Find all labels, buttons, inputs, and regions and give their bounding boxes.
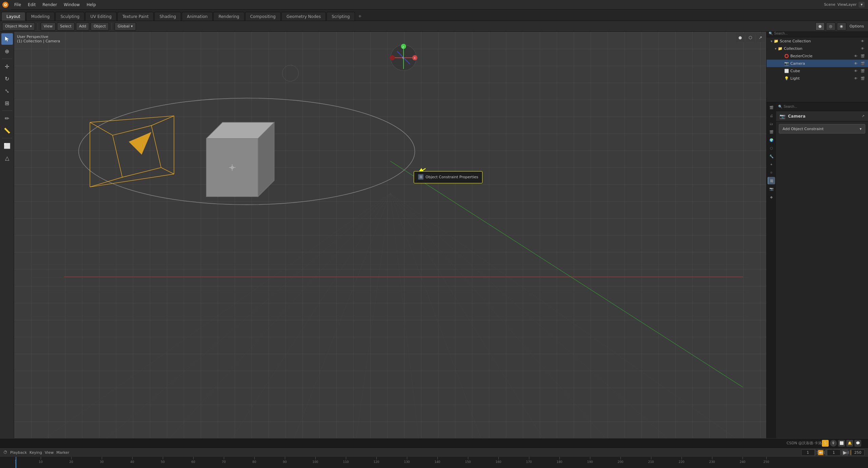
light-vis-icon[interactable]: 👁 — [853, 76, 859, 81]
outliner-item-camera[interactable]: 📷 Camera 👁 🎬 — [767, 60, 868, 67]
tab-compositing[interactable]: Compositing — [245, 12, 281, 21]
props-tab-object-data[interactable]: 📷 — [768, 185, 775, 192]
light-label: Light — [790, 76, 800, 81]
add-cube-tool[interactable]: ⬜ — [1, 140, 13, 151]
props-external-link-icon[interactable]: ↗ — [862, 114, 865, 118]
props-tab-material[interactable]: ◆ — [768, 193, 775, 201]
props-tab-constraints[interactable]: ⛓ — [768, 177, 775, 184]
viewport-shading-material[interactable]: ◎ — [826, 22, 835, 30]
menu-window[interactable]: Window — [60, 0, 83, 9]
collection-vis-icon[interactable]: 👁 — [860, 46, 865, 51]
props-tab-physics[interactable]: ⚛ — [768, 169, 775, 176]
svg-text:Y: Y — [402, 57, 404, 60]
bezier-render-icon[interactable]: 🎬 — [860, 53, 865, 59]
scale-tool[interactable]: ⤡ — [1, 85, 13, 97]
bezier-vis-icon[interactable]: 👁 — [853, 53, 859, 59]
blender-logo[interactable] — [0, 0, 11, 9]
scene-collection-vis-icon[interactable]: 👁 — [860, 38, 865, 44]
end-label: End — [843, 451, 849, 454]
props-tab-particles[interactable]: ✦ — [768, 161, 775, 168]
viewport-shading-render[interactable]: ◉ — [837, 22, 846, 30]
add-workspace-button[interactable]: + — [356, 12, 364, 21]
outliner-item-scene-collection[interactable]: ▾ 📁 Scene Collection 👁 — [767, 37, 868, 45]
end-frame[interactable]: 250 — [851, 449, 865, 456]
outliner-item-collection[interactable]: ▾ 📁 Collection 👁 — [767, 45, 868, 52]
props-tab-scene[interactable]: 🎬 — [768, 128, 775, 136]
svg-point-46 — [390, 55, 395, 60]
view-menu[interactable]: View — [41, 22, 56, 30]
camera-vis-icon[interactable]: 👁 — [853, 61, 859, 66]
tab-rendering[interactable]: Rendering — [213, 12, 244, 21]
tab-sculpting[interactable]: Sculpting — [55, 12, 84, 21]
props-tab-object[interactable]: ⬡ — [768, 144, 775, 152]
outliner-search-input[interactable] — [774, 32, 866, 35]
keying-label[interactable]: Keying — [29, 450, 42, 455]
playback-label[interactable]: Playback — [10, 450, 27, 455]
props-search-input[interactable] — [784, 105, 866, 108]
transform-tool[interactable]: ⊞ — [1, 97, 13, 109]
props-search-icon: 🔍 — [778, 105, 782, 108]
engine-selector[interactable]: ▾ — [859, 2, 865, 7]
tab-layout[interactable]: Layout — [1, 12, 25, 21]
svg-line-33 — [90, 174, 174, 187]
add-cone-tool[interactable]: △ — [1, 152, 13, 164]
props-tab-view-layer[interactable]: 🗂 — [768, 120, 775, 127]
svg-text:X: X — [414, 57, 416, 60]
menu-edit[interactable]: Edit — [24, 0, 39, 9]
toolbar-sep-2 — [112, 23, 112, 30]
tick-230: 230 — [712, 457, 712, 460]
start-frame[interactable]: 1 — [827, 449, 841, 456]
cursor-tool[interactable]: ⊕ — [1, 45, 13, 57]
select-tool[interactable] — [1, 33, 13, 45]
menu-render[interactable]: Render — [39, 0, 60, 9]
tick-10: 10 — [41, 457, 41, 460]
tab-uv-editing[interactable]: UV Editing — [85, 12, 117, 21]
camera-render-icon[interactable]: 🎬 — [860, 61, 865, 66]
viewport[interactable]: Y X Z User Perspective (1) Collection | … — [14, 32, 766, 448]
scene-collection-expand-icon: ▾ — [771, 39, 772, 43]
add-constraint-button[interactable]: Add Object Constraint ▾ — [779, 124, 865, 134]
transform-selector[interactable]: Global ▾ — [115, 22, 136, 30]
tab-geometry-nodes[interactable]: Geometry Nodes — [281, 12, 326, 21]
props-tab-modifier[interactable]: 🔧 — [768, 152, 775, 160]
tab-animation[interactable]: Animation — [182, 12, 213, 21]
viewport-gizmo-icon[interactable]: ↗ — [756, 33, 765, 42]
annotate-tool[interactable]: ✏ — [1, 113, 13, 124]
object-menu[interactable]: Object — [91, 22, 109, 30]
marker-label[interactable]: Marker — [56, 450, 69, 455]
props-tab-output[interactable]: 🖨 — [768, 112, 775, 119]
cube-render-icon[interactable]: 🎬 — [860, 68, 865, 74]
select-menu[interactable]: Select — [57, 22, 75, 30]
menu-help[interactable]: Help — [83, 0, 99, 9]
tab-shading[interactable]: Shading — [154, 12, 181, 21]
mode-selector[interactable]: Object Mode ▾ — [2, 22, 35, 30]
cube-vis-icon[interactable]: 👁 — [853, 68, 859, 74]
current-frame[interactable]: 1 — [801, 449, 815, 456]
light-render-icon[interactable]: 🎬 — [860, 76, 865, 81]
outliner-item-cube[interactable]: ⬜ Cube 👁 🎬 — [767, 67, 868, 75]
props-tab-render[interactable]: 🎬 — [768, 104, 775, 111]
bezier-icon: ⭕ — [784, 54, 789, 58]
timeline-ruler[interactable]: // Timeline ticks 1 10 20 30 40 50 60 70… — [0, 457, 868, 468]
add-menu[interactable]: Add — [76, 22, 89, 30]
move-tool[interactable]: ✛ — [1, 61, 13, 72]
viewport-shading-solid[interactable]: ● — [815, 22, 825, 30]
options-label[interactable]: Options — [848, 24, 866, 28]
viewport-overlay-icon[interactable]: ⬡ — [746, 33, 755, 42]
viewport-shading-solid-icon[interactable]: ● — [736, 33, 745, 42]
tab-scripting[interactable]: Scripting — [327, 12, 355, 21]
tab-texture-paint[interactable]: Texture Paint — [117, 12, 154, 21]
outliner-item-light[interactable]: 💡 Light 👁 🎬 — [767, 75, 868, 82]
csdn-icon-4: 🔔 — [846, 440, 853, 447]
svg-line-26 — [90, 122, 113, 135]
rotate-tool[interactable]: ↻ — [1, 73, 13, 84]
props-tab-world[interactable]: 🌍 — [768, 136, 775, 144]
tab-modeling[interactable]: Modeling — [26, 12, 55, 21]
measure-tool[interactable]: 📏 — [1, 125, 13, 136]
menu-file[interactable]: File — [11, 0, 24, 9]
outliner-item-bezier[interactable]: ⭕ BezierCircle 👁 🎬 — [767, 52, 868, 60]
csdn-icon-1: S — [822, 440, 829, 447]
collection-icon: 📁 — [778, 46, 783, 51]
timeline-view-label[interactable]: View — [45, 450, 54, 455]
camera-label-outliner: Camera — [790, 61, 805, 66]
